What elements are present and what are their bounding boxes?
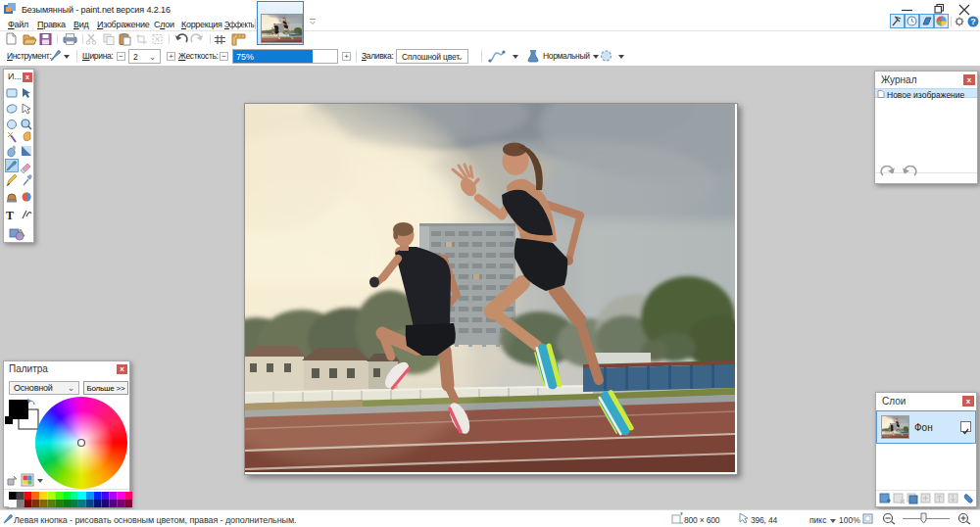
svg-text:?: ? [970,17,976,26]
svg-text:T: T [6,209,14,222]
